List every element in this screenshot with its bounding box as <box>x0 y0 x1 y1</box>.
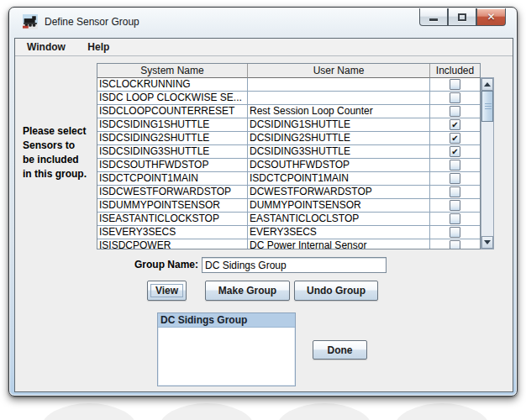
system-name-cell[interactable]: ISEASTANTICLOCKSTOP <box>97 213 248 226</box>
user-name-cell[interactable]: EASTANTICLOCLSTOP <box>248 213 430 226</box>
group-name-label: Group Name: <box>66 259 198 270</box>
included-checkbox[interactable] <box>450 186 460 197</box>
background-circle <box>276 403 373 420</box>
included-checkbox[interactable] <box>450 173 460 184</box>
minimize-icon <box>429 18 438 21</box>
user-name-cell[interactable] <box>248 78 430 92</box>
user-name-cell[interactable]: EVERY3SECS <box>248 226 430 239</box>
minimize-button[interactable] <box>419 8 448 26</box>
system-name-cell[interactable]: ISDCTCPOINT1MAIN <box>97 172 248 186</box>
system-name-cell[interactable]: ISDCSIDING1SHUTTLE <box>97 118 248 132</box>
user-name-cell[interactable]: ISDCTCPOINT1MAIN <box>248 172 430 186</box>
system-name-cell[interactable]: ISEVERY3SECS <box>97 226 248 239</box>
menu-help[interactable]: Help <box>81 39 116 53</box>
included-cell <box>430 226 480 239</box>
arrow-down-icon <box>484 240 491 244</box>
group-name-input[interactable] <box>202 257 387 273</box>
user-name-cell[interactable]: DC Power Internal Sensor <box>248 239 430 249</box>
included-cell <box>430 213 480 226</box>
user-name-cell[interactable]: DCWESTFORWARDSTOP <box>248 186 430 199</box>
scrollbar-thumb[interactable] <box>481 91 493 122</box>
close-button[interactable]: ✕ <box>476 8 506 26</box>
scroll-up-button[interactable] <box>481 78 493 91</box>
table-row[interactable]: ISDCTCPOINT1MAINISDCTCPOINT1MAIN <box>97 172 480 186</box>
table-row[interactable]: ISISDCPOWERDC Power Internal Sensor <box>97 239 480 249</box>
included-checkbox[interactable]: ✔ <box>450 146 460 157</box>
menu-window[interactable]: Window <box>20 39 72 53</box>
included-checkbox[interactable] <box>450 160 460 171</box>
table-row[interactable]: ISDCSIDING2SHUTTLEDCSIDING2SHUTTLE✔ <box>97 132 480 145</box>
content-pane: Please select Sensors to be included in … <box>15 56 513 391</box>
system-name-cell[interactable]: ISISDCPOWER <box>97 239 248 249</box>
user-name-cell[interactable]: DCSIDING3SHUTTLE <box>248 145 430 159</box>
column-header-included[interactable]: Included <box>430 64 480 78</box>
user-name-cell[interactable] <box>248 92 430 105</box>
instruction-line: Please select <box>23 124 105 139</box>
group-list[interactable]: DC Sidings Group <box>157 312 296 386</box>
table-row[interactable]: ISDCSIDING3SHUTTLEDCSIDING3SHUTTLE✔ <box>97 145 480 159</box>
title-bar[interactable]: Define Sensor Group ✕ <box>9 8 517 38</box>
included-checkbox[interactable] <box>450 92 460 103</box>
user-name-cell[interactable]: DCSIDING2SHUTTLE <box>248 132 430 145</box>
user-name-cell[interactable]: DUMMYPOINTSENSOR <box>248 199 430 213</box>
table-row[interactable]: ISEASTANTICLOCKSTOPEASTANTICLOCLSTOP <box>97 213 480 226</box>
included-checkbox[interactable] <box>450 79 460 90</box>
included-checkbox[interactable] <box>450 200 460 211</box>
system-name-cell[interactable]: ISDCSOUTHFWDSTOP <box>97 159 248 172</box>
system-name-cell[interactable]: ISDCLOOPCOUNTERRESET <box>97 105 248 118</box>
system-name-cell[interactable]: ISDUMMYPOINTSENSOR <box>97 199 248 213</box>
done-button[interactable]: Done <box>313 340 367 360</box>
maximize-button[interactable] <box>448 8 476 26</box>
table-row[interactable]: ISDCSIDING1SHUTTLEDCSIDING1SHUTTLE✔ <box>97 118 480 132</box>
table-row[interactable]: ISEVERY3SECSEVERY3SECS <box>97 226 480 239</box>
included-cell <box>430 199 480 213</box>
included-checkbox[interactable] <box>450 213 460 224</box>
menu-bar: Window Help <box>15 39 513 56</box>
included-checkbox[interactable]: ✔ <box>450 133 460 144</box>
system-name-cell[interactable]: ISDCSIDING3SHUTTLE <box>97 145 248 159</box>
column-header-user-name[interactable]: User Name <box>248 64 430 78</box>
included-cell <box>430 78 480 92</box>
included-checkbox[interactable] <box>450 227 460 238</box>
system-name-cell[interactable]: ISDC LOOP CLOCKWISE SE... <box>97 92 248 105</box>
desktop-background: Define Sensor Group ✕ Window Help <box>0 0 526 420</box>
background-circle <box>393 403 491 420</box>
included-checkbox[interactable] <box>450 240 460 249</box>
view-button[interactable]: View <box>147 281 187 301</box>
included-cell: ✔ <box>430 132 480 145</box>
make-group-button[interactable]: Make Group <box>205 281 290 301</box>
included-checkbox[interactable]: ✔ <box>450 119 460 130</box>
system-name-cell[interactable]: ISCLOCKRUNNING <box>97 78 248 92</box>
scroll-down-button[interactable] <box>481 236 493 249</box>
undo-group-button[interactable]: Undo Group <box>294 281 378 301</box>
sensor-table: System Name User Name Included ISCLOCKRU… <box>97 63 481 249</box>
background-circle <box>40 403 138 420</box>
background-circle <box>158 403 255 420</box>
table-row[interactable]: ISDUMMYPOINTSENSORDUMMYPOINTSENSOR <box>97 199 480 213</box>
user-name-cell[interactable]: Rest Session Loop Counter <box>248 105 430 118</box>
system-name-cell[interactable]: ISDCSIDING2SHUTTLE <box>97 132 248 145</box>
included-checkbox[interactable] <box>450 106 460 117</box>
table-vertical-scrollbar[interactable] <box>481 77 494 249</box>
close-icon: ✕ <box>487 12 495 22</box>
table-row[interactable]: ISDC LOOP CLOCKWISE SE... <box>97 92 480 105</box>
table-row[interactable]: ISCLOCKRUNNING <box>97 78 480 92</box>
included-cell <box>430 92 480 105</box>
column-header-system-name[interactable]: System Name <box>97 64 248 78</box>
instruction-text: Please select Sensors to be included in … <box>23 124 105 181</box>
table-row[interactable]: ISDCWESTFORWARDSTOPDCWESTFORWARDSTOP <box>97 186 480 199</box>
included-cell: ✔ <box>430 145 480 159</box>
included-cell <box>430 186 480 199</box>
user-name-cell[interactable]: DCSIDING1SHUTTLE <box>248 118 430 132</box>
included-cell <box>430 172 480 186</box>
table-header: System Name User Name Included <box>97 64 480 78</box>
table-body: ISCLOCKRUNNINGISDC LOOP CLOCKWISE SE...I… <box>97 78 480 249</box>
included-cell: ✔ <box>430 118 480 132</box>
system-name-cell[interactable]: ISDCWESTFORWARDSTOP <box>97 186 248 199</box>
arrow-up-icon <box>484 82 491 87</box>
table-row[interactable]: ISDCLOOPCOUNTERRESETRest Session Loop Co… <box>97 105 480 118</box>
table-row[interactable]: ISDCSOUTHFWDSTOPDCSOUTHFWDSTOP <box>97 159 480 172</box>
user-name-cell[interactable]: DCSOUTHFWDSTOP <box>248 159 430 172</box>
group-list-item[interactable]: DC Sidings Group <box>158 313 295 328</box>
included-cell <box>430 159 480 172</box>
